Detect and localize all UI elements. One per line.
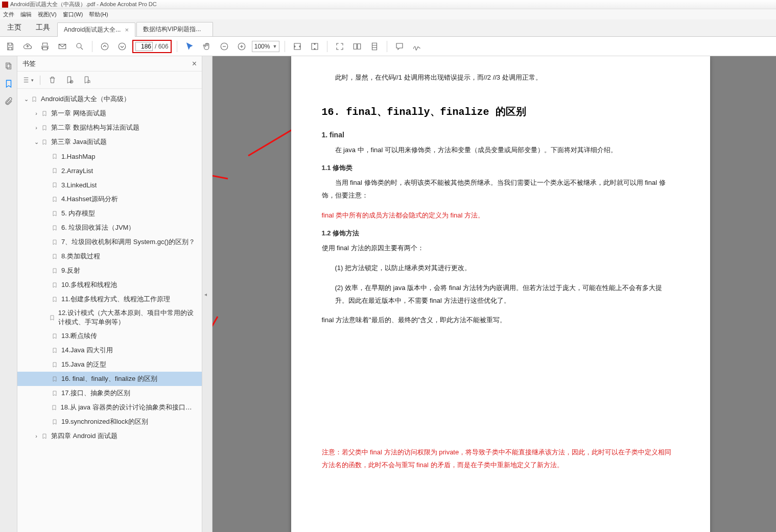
tab-row: 主页 工具 Android面试题大全... × 数据结构VIP刷题指...	[0, 19, 776, 37]
expand-icon[interactable]: ›	[33, 110, 40, 117]
bookmark-icon	[41, 138, 48, 146]
thumbnails-icon[interactable]	[4, 61, 14, 71]
tree-ch3-2[interactable]: 2.ArrayList	[17, 163, 202, 178]
tree-ch3-16[interactable]: 16. final、finally、finalize 的区别	[17, 372, 202, 386]
expand-icon[interactable]: ›	[33, 124, 40, 131]
annotation-arrow-3	[213, 311, 223, 384]
tree-ch3-8[interactable]: 8.类加载过程	[17, 249, 202, 263]
attachments-icon[interactable]	[4, 96, 14, 106]
sign-icon[interactable]	[410, 39, 424, 54]
doc-p4: 使用 final 方法的原因主要有两个：	[322, 242, 674, 255]
svg-rect-6	[7, 64, 11, 69]
doc-p5: (1) 把方法锁定，以防止继承类对其进行更改。	[335, 262, 674, 275]
scroll-mode-icon[interactable]	[367, 39, 382, 54]
expand-icon[interactable]: ›	[33, 432, 40, 440]
expand-icon[interactable]: ⌄	[22, 95, 30, 103]
tree-ch3-3[interactable]: 3.LinkedList	[17, 178, 202, 192]
panel-close-icon[interactable]: ×	[192, 59, 197, 68]
tree-ch3-12[interactable]: 12.设计模式（六大基本原则、项目中常用的设计模式、手写单例等）	[17, 306, 202, 329]
doc-h5-11: 1.1 修饰类	[322, 163, 674, 173]
zoom-in-icon[interactable]	[234, 39, 249, 54]
tab-home[interactable]: 主页	[0, 19, 29, 36]
tree-ch3-4[interactable]: 4.Hashset源码分析	[17, 192, 202, 206]
tree-ch3-14[interactable]: 14.Java 四大引用	[17, 343, 202, 357]
menu-help[interactable]: 帮助(H)	[89, 11, 108, 18]
bookmark-icon	[51, 375, 58, 383]
panel-title: 书签	[22, 59, 36, 68]
zoom-select[interactable]: 100% ▼	[252, 41, 280, 52]
svg-point-2	[119, 43, 126, 50]
page-viewport[interactable]: 此时，显然，在代码//1 处调用将出现错误提示，而//2 //3 处调用正常。 …	[213, 56, 773, 532]
menu-file[interactable]: 文件	[3, 11, 14, 18]
fit-width-icon[interactable]	[290, 39, 304, 54]
tree-ch3-19[interactable]: 19.synchronized和lock的区别	[17, 415, 202, 429]
expand-icon[interactable]: ⌄	[33, 138, 40, 146]
fit-page-icon[interactable]	[308, 39, 322, 54]
print-icon[interactable]	[38, 39, 52, 54]
toolbar: / 606 100% ▼	[0, 37, 776, 56]
read-mode-icon[interactable]	[350, 39, 364, 54]
tree-root[interactable]: ⌄ Android面试题大全（中高级）	[17, 92, 202, 106]
bookmark-tree: ⌄ Android面试题大全（中高级） › 第一章 网络面试题 › 第二章 数据…	[17, 89, 202, 532]
select-tool-icon[interactable]	[182, 39, 197, 54]
left-rail	[0, 56, 17, 532]
bookmark-icon	[51, 166, 58, 175]
doc-p2: 当用 final 修饰类的时，表明该类不能被其他类所继承。当我们需要让一个类永远…	[322, 177, 674, 202]
hand-tool-icon[interactable]	[200, 39, 214, 54]
tree-ch3[interactable]: ⌄ 第三章 Java面试题	[17, 135, 202, 149]
pdf-page: 此时，显然，在代码//1 处调用将出现错误提示，而//2 //3 处调用正常。 …	[291, 56, 710, 532]
tree-ch4[interactable]: › 第四章 Android 面试题	[17, 429, 202, 443]
page-up-icon[interactable]	[98, 39, 112, 54]
page-total: / 606	[155, 43, 169, 50]
save-icon[interactable]	[3, 39, 17, 54]
comment-icon[interactable]	[392, 39, 407, 54]
bookmark-icon	[51, 295, 58, 303]
doc-tab-2[interactable]: 数据结构VIP刷题指...	[136, 22, 213, 36]
tree-ch3-15[interactable]: 15.Java 的泛型	[17, 357, 202, 372]
zoom-value: 100%	[254, 43, 270, 50]
bookmark-icon	[51, 332, 58, 340]
bookmark-icon	[51, 346, 58, 354]
tree-ch3-17[interactable]: 17.接口、抽象类的区别	[17, 386, 202, 400]
bookmark-icon	[51, 224, 58, 232]
bookmark-icon	[51, 181, 58, 189]
tree-ch3-7[interactable]: 7、垃圾回收机制和调用 System.gc()的区别？	[17, 235, 202, 249]
bm-delete-icon[interactable]	[46, 75, 58, 86]
menu-view[interactable]: 视图(V)	[38, 11, 57, 18]
fullscreen-icon[interactable]	[333, 39, 347, 54]
bookmark-icon	[51, 195, 58, 203]
bookmarks-icon[interactable]	[4, 79, 14, 89]
search-icon[interactable]	[73, 39, 87, 54]
bm-search-icon[interactable]	[81, 75, 92, 86]
tree-ch3-11[interactable]: 11.创建多线程方式、线程池工作原理	[17, 292, 202, 306]
bm-options-icon[interactable]: ▾	[22, 75, 34, 86]
close-icon[interactable]: ×	[125, 26, 129, 34]
tree-ch3-9[interactable]: 9.反射	[17, 263, 202, 278]
doc-p7: final 方法意味着"最后的、最终的"含义，即此方法不能被重写。	[322, 314, 674, 327]
tree-ch2[interactable]: › 第二章 数据结构与算法面试题	[17, 120, 202, 135]
page-down-icon[interactable]	[115, 39, 129, 54]
tree-ch3-10[interactable]: 10.多线程和线程池	[17, 278, 202, 292]
tab-tools[interactable]: 工具	[29, 19, 57, 36]
page-current-input[interactable]	[135, 42, 153, 51]
tree-ch3-18[interactable]: 18.从 java 容器类的设计讨论抽象类和接口的应用	[17, 400, 202, 415]
tree-ch3-6[interactable]: 6. 垃圾回收算法（JVM）	[17, 221, 202, 235]
panel-collapse-gutter[interactable]: ◂	[202, 56, 213, 532]
menu-window[interactable]: 窗口(W)	[63, 11, 83, 18]
bookmark-icon	[51, 360, 58, 369]
tree-ch1[interactable]: › 第一章 网络面试题	[17, 106, 202, 120]
zoom-out-icon[interactable]	[217, 39, 231, 54]
doc-tab-1[interactable]: Android面试题大全... ×	[57, 22, 135, 37]
mail-icon[interactable]	[55, 39, 69, 54]
svg-point-0	[77, 43, 81, 48]
menu-bar: 文件 编辑 视图(V) 窗口(W) 帮助(H)	[0, 9, 776, 19]
cloud-icon[interactable]	[20, 39, 35, 54]
tree-ch3-1[interactable]: 1.HashMap	[17, 149, 202, 163]
bookmark-icon	[51, 418, 58, 426]
bm-new-icon[interactable]	[64, 75, 75, 86]
tree-ch3-13[interactable]: 13.断点续传	[17, 329, 202, 343]
menu-edit[interactable]: 编辑	[20, 11, 32, 18]
bookmark-icon	[51, 281, 58, 289]
doc-p0: 此时，显然，在代码//1 处调用将出现错误提示，而//2 //3 处调用正常。	[322, 71, 674, 84]
tree-ch3-5[interactable]: 5. 内存模型	[17, 206, 202, 221]
